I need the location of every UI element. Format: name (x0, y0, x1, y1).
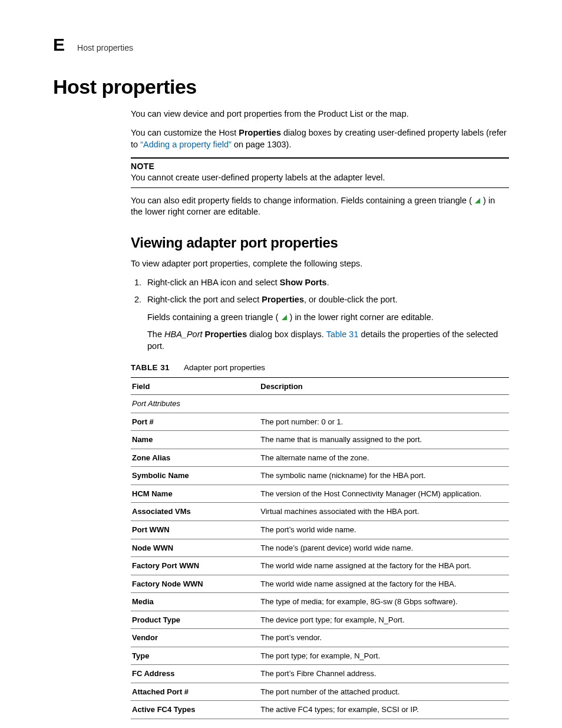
field-description: The symbolic name (nickname) for the HBA… (259, 467, 509, 485)
text: You can also edit property fields to cha… (131, 196, 474, 205)
term-properties: Properties (205, 330, 247, 339)
field-name: Associated VMs (131, 503, 259, 521)
field-description: The world wide name assigned at the fact… (259, 575, 509, 593)
field-description: The world wide name assigned at the fact… (259, 557, 509, 575)
table-row: HCM NameThe version of the Host Connecti… (131, 485, 509, 503)
field-name: Attached Port # (131, 683, 259, 701)
table-row: FC AddressThe port’s Fibre Channel addre… (131, 665, 509, 683)
table-section-label: Port Attributes (131, 395, 509, 413)
appendix-letter: E (53, 33, 64, 57)
table-section-row: Port Attributes (131, 395, 509, 413)
table-row: Factory Port WWNThe world wide name assi… (131, 557, 509, 575)
steps-list: Right-click an HBA icon and select Show … (131, 277, 509, 353)
table-caption: TABLE 31Adapter port properties (131, 363, 509, 373)
term-properties: Properties (262, 295, 304, 304)
step-2-sub-1: Fields containing a green triangle ( ) i… (147, 312, 509, 324)
field-name: HCM Name (131, 485, 259, 503)
table-header-row: Field Description (131, 377, 509, 395)
text: ) in the lower right corner are editable… (287, 312, 434, 322)
field-name: Factory Port WWN (131, 557, 259, 575)
text: The (147, 330, 164, 339)
term-show-ports: Show Ports (280, 278, 327, 287)
step-2: Right-click the port and select Properti… (144, 294, 509, 352)
intro-paragraph-1: You can view device and port properties … (131, 108, 509, 120)
field-description: The active FC4 types; for example, SCSI … (259, 701, 509, 719)
field-name: Product Type (131, 611, 259, 629)
field-name: Media (131, 593, 259, 611)
field-name: Vendor (131, 629, 259, 647)
note-text: You cannot create user-defined property … (131, 172, 509, 184)
field-name: Name (131, 431, 259, 449)
intro-paragraph-2: You can customize the Host Properties di… (131, 127, 509, 150)
field-description: The version of the Host Connectivity Man… (259, 485, 509, 503)
table-row: Attached Port #The port number of the at… (131, 683, 509, 701)
green-triangle-icon (475, 198, 480, 203)
text: Fields containing a green triangle ( (147, 312, 281, 322)
section-intro: To view adapter port properties, complet… (131, 258, 509, 270)
link-adding-property-field[interactable]: “Adding a property field” (140, 140, 232, 149)
table-number: TABLE 31 (131, 363, 170, 372)
term-properties: Properties (239, 128, 281, 137)
table-row: Zone AliasThe alternate name of the zone… (131, 449, 509, 467)
field-name: Node WWN (131, 539, 259, 557)
field-description: Virtual machines associated with the HBA… (259, 503, 509, 521)
link-table-31[interactable]: Table 31 (326, 330, 359, 339)
field-description: The type of media; for example, 8G-sw (8… (259, 593, 509, 611)
field-name: Active FC4 Types (131, 701, 259, 719)
step-1: Right-click an HBA icon and select Show … (144, 277, 509, 289)
field-name: Zone Alias (131, 449, 259, 467)
note-label: NOTE (131, 161, 509, 172)
text: dialog box displays. (247, 330, 326, 339)
field-name: Factory Node WWN (131, 575, 259, 593)
table-row: MediaThe type of media; for example, 8G-… (131, 593, 509, 611)
col-field: Field (131, 377, 259, 395)
text: on page 1303). (232, 140, 292, 149)
field-description: The port’s vendor. (259, 629, 509, 647)
note-block: NOTE You cannot create user-defined prop… (131, 157, 509, 187)
table-row: Symbolic NameThe symbolic name (nickname… (131, 467, 509, 485)
table-row: Product TypeThe device port type; for ex… (131, 611, 509, 629)
field-name: Type (131, 647, 259, 665)
field-name: Port # (131, 413, 259, 431)
field-description: The name that is manually assigned to th… (259, 431, 509, 449)
field-name: Symbolic Name (131, 467, 259, 485)
editable-fields-paragraph: You can also edit property fields to cha… (131, 195, 509, 218)
field-description: The port number of the attached product. (259, 683, 509, 701)
page-title: Host properties (53, 74, 509, 101)
col-description: Description (259, 377, 509, 395)
term-hba-port: HBA_Port (164, 330, 202, 339)
field-description: The alternate name of the zone. (259, 449, 509, 467)
text: Right-click an HBA icon and select (147, 278, 280, 287)
field-description: The port’s Fibre Channel address. (259, 665, 509, 683)
section-heading: Viewing adapter port properties (131, 233, 509, 252)
table-row: Node WWNThe node’s (parent device) world… (131, 539, 509, 557)
field-description: The port number: 0 or 1. (259, 413, 509, 431)
text: Right-click the port and select (147, 295, 262, 304)
table-row: Factory Node WWNThe world wide name assi… (131, 575, 509, 593)
adapter-port-properties-table: Field Description Port Attributes Port #… (131, 377, 509, 719)
table-row: TypeThe port type; for example, N_Port. (131, 647, 509, 665)
text: You can customize the Host (131, 128, 239, 137)
text: . (327, 278, 329, 287)
field-description: The device port type; for example, N_Por… (259, 611, 509, 629)
field-name: Port WWN (131, 521, 259, 539)
table-row: Port WWNThe port’s world wide name. (131, 521, 509, 539)
field-description: The port’s world wide name. (259, 521, 509, 539)
green-triangle-icon (282, 315, 287, 320)
field-description: The port type; for example, N_Port. (259, 647, 509, 665)
table-row: Active FC4 TypesThe active FC4 types; fo… (131, 701, 509, 719)
table-title: Adapter port properties (184, 363, 265, 372)
text: , or double-click the port. (304, 295, 398, 304)
running-title: Host properties (77, 42, 133, 54)
field-description: The node’s (parent device) world wide na… (259, 539, 509, 557)
table-row: Associated VMsVirtual machines associate… (131, 503, 509, 521)
step-2-sub-2: The HBA_Port Properties dialog box displ… (147, 329, 509, 352)
table-row: VendorThe port’s vendor. (131, 629, 509, 647)
table-row: Port #The port number: 0 or 1. (131, 413, 509, 431)
table-row: NameThe name that is manually assigned t… (131, 431, 509, 449)
running-header: E Host properties (53, 33, 509, 57)
field-name: FC Address (131, 665, 259, 683)
